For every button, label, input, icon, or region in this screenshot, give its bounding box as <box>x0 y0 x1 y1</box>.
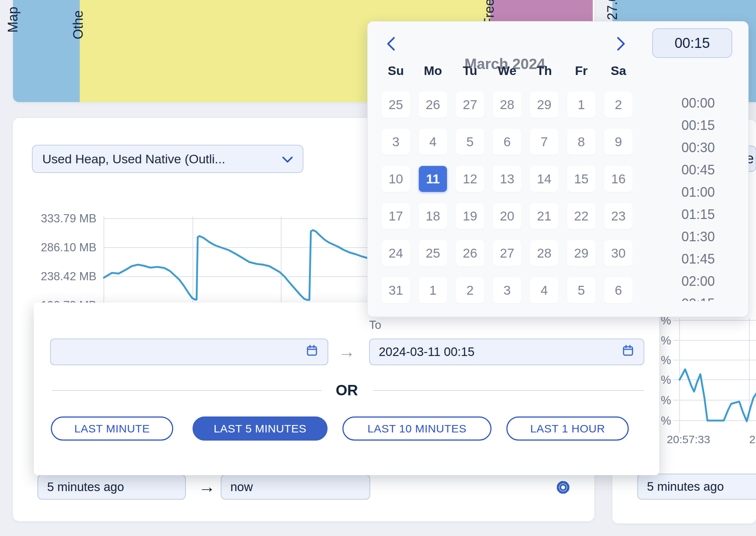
weekday-header-th: Th <box>530 63 558 78</box>
day-cell-selected[interactable]: 11 <box>419 166 447 192</box>
quick-range-button-last-10-minutes[interactable]: LAST 10 MINUTES <box>342 416 492 441</box>
day-cell[interactable]: 20 <box>493 203 521 229</box>
day-cell[interactable]: 13 <box>493 166 521 192</box>
day-cell[interactable]: 4 <box>530 277 558 303</box>
day-cell[interactable]: 10 <box>382 166 410 192</box>
weekday-header-we: We <box>493 63 521 78</box>
range-from-quick-input-right[interactable]: 5 minutes ago <box>637 474 756 500</box>
day-cell[interactable]: 5 <box>456 129 484 155</box>
day-cell[interactable]: 29 <box>530 92 558 118</box>
settings-gear-icon[interactable] <box>555 479 572 497</box>
quick-range-button-last-minute[interactable]: LAST MINUTE <box>51 416 173 441</box>
segment-label-right: 27.0 <box>605 0 620 20</box>
date-picker-popup: March 2024 SuMoTuWeThFrSa 25262728291234… <box>367 21 749 317</box>
from-date-value[interactable] <box>60 345 305 359</box>
day-cell[interactable]: 31 <box>382 277 410 303</box>
day-cell[interactable]: 17 <box>382 203 410 229</box>
weekday-header-su: Su <box>382 63 410 78</box>
day-cell[interactable]: 9 <box>604 129 632 155</box>
axis-tick-label: % <box>661 394 671 407</box>
time-option[interactable]: 02:15 <box>663 292 733 301</box>
time-option[interactable]: 02:00 <box>663 270 733 292</box>
calendar-icon[interactable] <box>305 344 319 360</box>
axis-tick-label: % <box>661 414 671 427</box>
day-cell[interactable]: 27 <box>493 240 521 266</box>
prev-month-button[interactable] <box>382 34 401 53</box>
memory-segment-mapped[interactable] <box>13 0 80 102</box>
to-label: To <box>369 318 381 332</box>
to-date-input[interactable] <box>369 339 644 365</box>
used-heap-series-line <box>104 230 374 300</box>
day-cell[interactable]: 6 <box>493 129 521 155</box>
day-cell[interactable]: 28 <box>493 92 521 118</box>
or-divider-left <box>52 390 322 391</box>
day-cell[interactable]: 28 <box>530 240 558 266</box>
percent-series-line <box>680 369 756 421</box>
range-from-quick-input[interactable]: 5 minutes ago <box>37 474 186 500</box>
day-cell[interactable]: 27 <box>456 92 484 118</box>
day-cell[interactable]: 12 <box>456 166 484 192</box>
day-cell[interactable]: 14 <box>530 166 558 192</box>
day-cell[interactable]: 22 <box>567 203 595 229</box>
day-cell[interactable]: 26 <box>456 240 484 266</box>
time-option[interactable]: 00:00 <box>663 92 733 114</box>
day-cell[interactable]: 1 <box>419 277 447 303</box>
day-cell[interactable]: 3 <box>493 277 521 303</box>
day-cell[interactable]: 29 <box>567 240 595 266</box>
day-cell[interactable]: 21 <box>530 203 558 229</box>
day-cell[interactable]: 16 <box>604 166 632 192</box>
day-cell[interactable]: 7 <box>530 129 558 155</box>
day-cell[interactable]: 8 <box>567 129 595 155</box>
quick-range-button-last-5-minutes[interactable]: LAST 5 MINUTES <box>193 416 328 441</box>
time-option[interactable]: 01:00 <box>663 181 733 203</box>
time-option[interactable]: 00:15 <box>663 114 733 137</box>
time-input[interactable] <box>652 28 732 58</box>
weekday-header-fr: Fr <box>567 63 595 78</box>
day-cell[interactable]: 23 <box>604 203 632 229</box>
day-cell[interactable]: 26 <box>419 92 447 118</box>
day-cell[interactable]: 25 <box>419 240 447 266</box>
day-cell[interactable]: 25 <box>382 92 410 118</box>
axis-tick-label: 20:57:33 <box>667 433 710 445</box>
app-stage: Map Othe Free 27.0 Used Heap, Used Nativ… <box>0 0 756 536</box>
segment-label-map: Map <box>5 7 21 33</box>
day-cell[interactable]: 24 <box>382 240 410 266</box>
time-option[interactable]: 00:45 <box>663 159 733 181</box>
quick-range-button-last-1-hour[interactable]: LAST 1 HOUR <box>506 416 629 441</box>
axis-tick-label: 2 <box>749 433 756 445</box>
from-date-input[interactable] <box>50 339 328 365</box>
day-cell[interactable]: 18 <box>419 203 447 229</box>
axis-tick-label: % <box>661 334 671 347</box>
segment-label-other: Othe <box>70 10 86 39</box>
day-cell[interactable]: 19 <box>456 203 484 229</box>
range-from-quick-value-right: 5 minutes ago <box>647 480 724 494</box>
day-cell[interactable]: 3 <box>382 129 410 155</box>
or-divider-right <box>373 390 644 391</box>
from-to-arrow-icon: → <box>338 341 355 362</box>
calendar-grid: 2526272829123456789101112131415161718192… <box>382 92 632 303</box>
time-option[interactable]: 01:45 <box>663 248 733 270</box>
time-option[interactable]: 01:15 <box>663 203 733 226</box>
axis-tick-label: 286.10 MB <box>41 241 96 254</box>
weekday-header-sa: Sa <box>604 63 632 78</box>
next-month-button[interactable] <box>611 34 630 53</box>
calendar-icon[interactable] <box>621 344 635 360</box>
range-arrow-icon: → <box>198 477 216 497</box>
axis-tick-label: 238.42 MB <box>41 270 96 283</box>
day-cell[interactable]: 30 <box>604 240 632 266</box>
or-label: OR <box>336 382 358 399</box>
day-cell[interactable]: 2 <box>456 277 484 303</box>
weekday-header-mo: Mo <box>419 63 447 78</box>
day-cell[interactable]: 4 <box>419 129 447 155</box>
time-option[interactable]: 01:30 <box>663 226 733 248</box>
day-cell[interactable]: 15 <box>567 166 595 192</box>
day-cell[interactable]: 6 <box>604 277 632 303</box>
weekday-header-tu: Tu <box>456 63 484 78</box>
day-cell[interactable]: 1 <box>567 92 595 118</box>
day-cell[interactable]: 5 <box>567 277 595 303</box>
range-to-quick-input[interactable]: now <box>221 474 370 500</box>
range-to-quick-value: now <box>230 480 253 494</box>
day-cell[interactable]: 2 <box>604 92 632 118</box>
to-date-value[interactable] <box>379 345 621 359</box>
time-option[interactable]: 00:30 <box>663 137 733 159</box>
